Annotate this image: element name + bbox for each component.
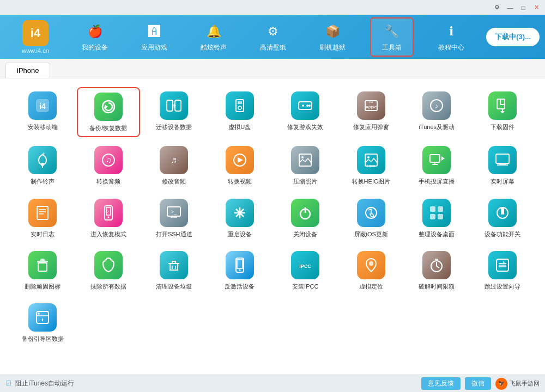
install-ipcc-icon: IPCC (291, 251, 319, 279)
backup-partition-label: 备份引导区数据 (22, 335, 64, 342)
download-firmware-label: 下载固件 (491, 123, 514, 131)
nav-item-app-games[interactable]: 🅰应用游戏 (132, 19, 176, 56)
svg-rect-51 (171, 216, 177, 218)
logo-icon: i4 (22, 20, 49, 46)
tool-item-install-mobile[interactable]: i4安装移动端 (11, 87, 75, 137)
shutdown-device-label: 关闭设备 (293, 230, 317, 238)
tool-item-open-ssh[interactable]: >_打开SSH通道 (142, 194, 206, 242)
maximize-button[interactable]: □ (519, 3, 528, 12)
svg-point-74 (369, 261, 373, 266)
nav-item-toolbox[interactable]: 🔧工具箱 (370, 17, 414, 57)
virtual-location-icon (357, 251, 385, 279)
screen-cast-label: 手机投屏直播 (419, 177, 455, 185)
app-games-icon: 🅰 (144, 22, 164, 41)
tool-item-migrate-data[interactable]: 迁移设备数据 (142, 87, 206, 137)
tool-item-virtual-udisk[interactable]: 虚拟U盘 (208, 87, 272, 137)
tool-item-real-log[interactable]: 实时日志 (11, 194, 75, 242)
tool-item-fix-app[interactable]: AppleID修复应用弹窗 (340, 87, 403, 137)
restart-device-icon (226, 199, 254, 227)
nav-bar: 🍎我的设备🅰应用游戏🔔酷炫铃声⚙高清壁纸📦刷机越狱🔧工具箱ℹ教程中心 (65, 17, 481, 57)
backup-restore-icon (94, 93, 123, 121)
tool-item-convert-video[interactable]: 转换视频 (208, 142, 272, 189)
svg-marker-28 (238, 157, 243, 163)
convert-video-label: 转换视频 (228, 177, 252, 185)
backup-partition-icon: ⬆ (28, 303, 57, 332)
tool-item-backup-partition[interactable]: ⬆备份引导区数据 (11, 299, 75, 347)
tool-item-erase-all[interactable]: 抹除所有数据 (77, 247, 141, 295)
nav-item-my-device[interactable]: 🍎我的设备 (73, 19, 117, 56)
svg-rect-60 (438, 206, 443, 212)
block-ios-update-icon (357, 199, 385, 227)
fix-game-icon (291, 91, 319, 120)
close-button[interactable]: ✕ (532, 3, 541, 12)
download-firmware-icon (488, 91, 517, 120)
shutdown-device-icon (291, 199, 319, 227)
download-button[interactable]: 下载中(3)... (486, 28, 540, 46)
real-log-label: 实时日志 (31, 230, 55, 238)
tool-item-convert-heic[interactable]: HEIC转换HEIC图片 (340, 142, 403, 189)
tool-item-install-ipcc[interactable]: IPCC安装IPCC (274, 247, 337, 295)
svg-rect-65 (501, 209, 504, 215)
tool-item-fix-game[interactable]: 修复游戏失效 (274, 87, 337, 137)
tool-item-shutdown-device[interactable]: 关闭设备 (274, 194, 337, 242)
open-ssh-label: 打开SSH通道 (156, 230, 192, 238)
compress-photo-icon (291, 146, 319, 174)
tool-item-device-switch[interactable]: 设备功能开关 (471, 194, 535, 242)
itunes-driver-label: iTunes及驱动 (419, 123, 455, 131)
nav-item-wallpaper[interactable]: ⚙高清壁纸 (251, 19, 295, 56)
tool-item-make-ringtone[interactable]: +制作铃声 (11, 142, 75, 189)
tool-item-download-firmware[interactable]: 下载固件 (471, 87, 535, 137)
tool-item-compress-photo[interactable]: 压缩照片 (274, 142, 337, 189)
app-games-label: 应用游戏 (141, 43, 167, 52)
tool-item-delete-icon[interactable]: 删除顽固图标 (11, 247, 75, 295)
svg-rect-71 (237, 260, 243, 268)
tool-item-recovery-mode[interactable]: ↻进入恢复模式 (77, 194, 141, 242)
tool-item-real-screen[interactable]: 实时屏幕 (471, 142, 535, 189)
itunes-status: ☑ 阻止iTunes自动运行 (5, 379, 74, 388)
feedback-button[interactable]: 意见反馈 (421, 377, 461, 390)
wechat-button[interactable]: 微信 (465, 377, 491, 390)
nav-item-tutorials[interactable]: ℹ教程中心 (429, 19, 473, 56)
tool-item-skip-setup[interactable]: 跳过设置向导 (471, 247, 535, 295)
tool-item-screen-cast[interactable]: 手机投屏直播 (405, 142, 469, 189)
svg-text:ID: ID (369, 100, 373, 103)
block-ios-update-label: 屏蔽iOS更新 (354, 230, 388, 238)
virtual-location-label: 虚拟定位 (359, 283, 383, 290)
svg-point-72 (239, 269, 240, 271)
svg-rect-66 (38, 263, 47, 271)
make-ringtone-icon: + (28, 146, 57, 174)
svg-text:♫: ♫ (106, 156, 112, 164)
svg-point-21 (41, 163, 44, 166)
migrate-data-icon (160, 91, 188, 120)
skip-setup-label: 跳过设置向导 (485, 283, 520, 290)
settings-icon[interactable]: ⚙ (493, 3, 501, 12)
svg-rect-20 (500, 99, 505, 105)
tool-item-virtual-location[interactable]: 虚拟定位 (340, 247, 403, 295)
svg-text:IPCC: IPCC (299, 264, 311, 269)
svg-point-12 (306, 105, 308, 107)
tool-item-itunes-driver[interactable]: ♪iTunes及驱动 (405, 87, 469, 137)
nav-item-ringtones[interactable]: 🔔酷炫铃声 (192, 19, 235, 56)
svg-rect-7 (238, 101, 242, 104)
svg-point-30 (301, 156, 304, 158)
nav-item-jailbreak[interactable]: 📦刷机越狱 (311, 19, 354, 56)
tool-item-convert-audio[interactable]: ♫转换音频 (77, 142, 141, 189)
toolbox-label: 工具箱 (382, 43, 402, 52)
tool-item-break-time[interactable]: 破解时间限额 (405, 247, 469, 295)
tool-item-block-ios-update[interactable]: 屏蔽iOS更新 (340, 194, 403, 242)
tool-item-edit-audio[interactable]: ♬修改音频 (142, 142, 206, 189)
svg-marker-35 (441, 156, 445, 161)
tool-item-deactivate[interactable]: 反激活设备 (208, 247, 272, 295)
install-mobile-icon: i4 (28, 91, 57, 120)
virtual-udisk-icon (226, 91, 254, 120)
tool-item-restart-device[interactable]: 重启设备 (208, 194, 272, 242)
tool-item-clean-junk[interactable]: 清理设备垃圾 (142, 247, 206, 295)
tool-item-backup-restore[interactable]: 备份/恢复数据 (77, 87, 141, 137)
iphone-tab[interactable]: iPhone (5, 63, 50, 78)
svg-text:+: + (42, 152, 45, 157)
tool-item-organize-desktop[interactable]: 整理设备桌面 (405, 194, 469, 242)
logo-area: i4 www.i4.cn (5, 20, 65, 54)
open-ssh-icon: >_ (160, 199, 188, 227)
compress-photo-label: 压缩照片 (293, 177, 317, 185)
minimize-button[interactable]: — (506, 3, 514, 12)
